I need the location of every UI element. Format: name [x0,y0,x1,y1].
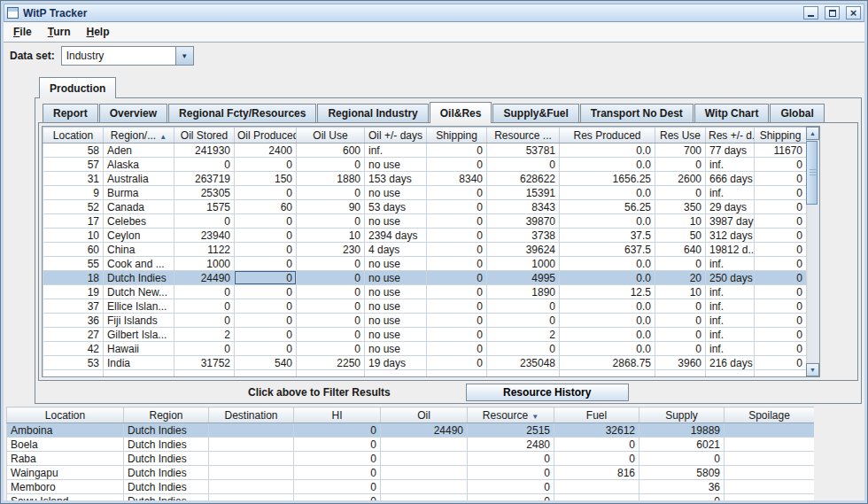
cell[interactable]: Amboina [7,423,124,438]
cell[interactable] [755,370,807,377]
cell[interactable]: Ceylon [104,229,174,243]
cell[interactable]: Alaska [104,158,174,172]
cell[interactable]: 241930 [174,143,235,158]
cell[interactable]: 0 [755,158,807,172]
cell[interactable]: Burma [104,186,174,200]
cell[interactable]: 0.0 [560,342,655,356]
cell[interactable]: 20 [655,271,706,285]
cell[interactable]: Boela [7,438,124,452]
column-header-location[interactable]: Location [7,407,124,423]
cell[interactable] [381,438,468,452]
cell[interactable]: 0 [297,186,365,200]
cell[interactable]: Fiji Islands [104,314,174,328]
minimize-button[interactable] [803,6,818,19]
column-header-res-use[interactable]: Res Use [655,128,706,143]
tab-transport-no-dest[interactable]: Transport No Dest [580,104,694,122]
tab-regional-fcty-resources[interactable]: Regional Fcty/Resources [168,104,316,122]
cell[interactable]: 0 [174,314,235,328]
cell[interactable] [725,423,815,438]
cell[interactable]: 0 [235,314,297,328]
cell[interactable]: 0 [297,299,365,314]
scrollbar-thumb[interactable] [806,141,818,205]
cell[interactable]: 2394 days [365,229,427,243]
cell[interactable]: 0 [468,494,554,501]
cell[interactable]: 1000 [487,257,560,271]
cell[interactable]: Raba [7,452,124,466]
column-header-region[interactable]: Region/...▲ [104,128,174,143]
tab-witp-chart[interactable]: Witp Chart [694,104,770,122]
cell[interactable]: 0 [487,299,560,314]
cell[interactable]: Dutch Indies [104,271,174,285]
cell[interactable]: Celebes [104,214,174,229]
cell[interactable]: 42 [43,342,104,356]
cell[interactable] [725,494,815,501]
cell[interactable]: inf. [706,328,755,342]
cell[interactable]: China [104,243,174,257]
cell[interactable]: inf. [706,314,755,328]
cell[interactable]: 0 [755,172,807,186]
cell[interactable]: 19812 d... [706,243,755,257]
cell[interactable] [554,480,639,494]
cell[interactable] [297,370,365,377]
cell[interactable]: 230 [297,243,365,257]
cell[interactable]: 36 [639,480,725,494]
cell[interactable]: 0.0 [560,214,655,229]
cell[interactable]: 0 [174,342,235,356]
cell[interactable] [487,370,560,377]
cell[interactable]: 17 [43,214,104,229]
cell[interactable]: 0 [235,229,297,243]
table-row[interactable]: AmboinaDutch Indies02449025153261219889 [7,423,815,438]
cell[interactable] [655,370,706,377]
column-header-res-produced[interactable]: Res Produced [560,128,655,143]
cell[interactable]: 56.25 [560,200,655,214]
cell[interactable] [554,494,639,501]
maximize-button[interactable] [825,6,840,19]
cell[interactable]: 0 [427,271,487,285]
cell[interactable]: Canada [104,200,174,214]
menu-turn[interactable]: Turn [40,22,79,42]
cell[interactable]: 18 [43,271,104,285]
cell[interactable]: 10 [655,214,706,229]
cell[interactable]: 0 [235,243,297,257]
table-row[interactable]: 19Dutch New...000no use0189012.510inf.0 [43,285,807,299]
cell[interactable]: 0 [294,480,381,494]
cell[interactable]: 0.0 [560,158,655,172]
table-row[interactable]: 55Cook and ...100000no use010000.00inf.0 [43,257,807,271]
cell[interactable]: Cook and ... [104,257,174,271]
scroll-up-button[interactable]: ▲ [806,127,819,140]
cell[interactable]: 0 [297,214,365,229]
cell[interactable]: 0 [427,214,487,229]
cell[interactable] [174,370,235,377]
cell[interactable]: 3987 days [706,214,755,229]
cell[interactable]: 19889 [639,423,725,438]
cell[interactable]: 0 [235,285,297,299]
cell[interactable]: 0 [755,314,807,328]
cell[interactable] [381,480,468,494]
cell[interactable]: 0 [655,186,706,200]
cell[interactable]: 1000 [174,257,235,271]
column-header-shipping[interactable]: Shipping [427,128,487,143]
cell[interactable] [209,452,294,466]
cell[interactable]: no use [365,186,427,200]
cell[interactable]: 0 [174,299,235,314]
cell[interactable]: 19 days [365,356,427,370]
cell[interactable]: 39624 [487,243,560,257]
column-header-res-d[interactable]: Res +/- d... [706,128,755,143]
cell[interactable]: 0 [755,271,807,285]
cell[interactable]: 2250 [297,356,365,370]
cell[interactable] [427,370,487,377]
cell[interactable]: 25305 [174,186,235,200]
cell[interactable]: 0.0 [560,271,655,285]
cell[interactable]: 50 [655,229,706,243]
resource-history-button[interactable]: Resource History [466,384,629,401]
cell[interactable]: 31 [43,172,104,186]
cell[interactable]: 0 [655,342,706,356]
cell[interactable]: 2 [174,328,235,342]
table-row[interactable]: 60China112202304 days039624637.564019812… [43,243,807,257]
cell[interactable]: 666 days [706,172,755,186]
table-row[interactable]: 52Canada1575609053 days0834356.2535029 d… [43,200,807,214]
cell[interactable]: inf. [706,342,755,356]
cell[interactable]: 36 [43,314,104,328]
cell[interactable]: 0 [487,342,560,356]
cell[interactable]: no use [365,285,427,299]
